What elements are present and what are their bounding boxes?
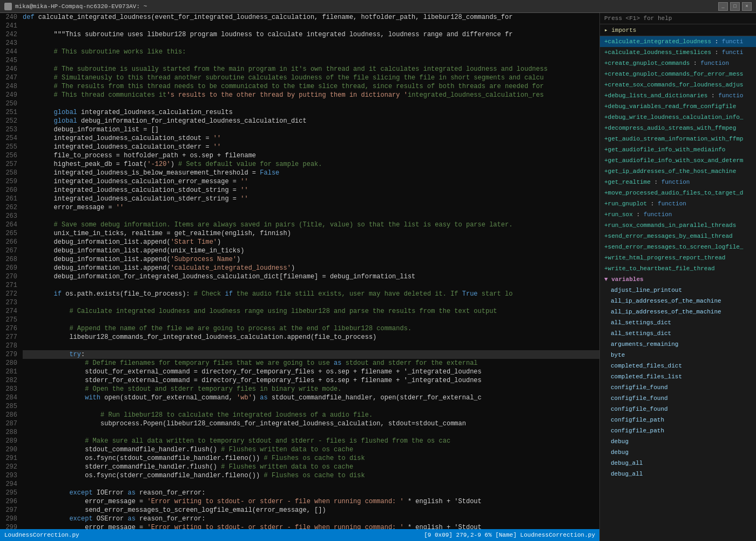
sidebar-tree-item[interactable]: +calculate_loudness_timeslices : functi — [600, 47, 756, 58]
sidebar-tree-item[interactable]: configfile_path — [600, 425, 756, 436]
sidebar-tree-item[interactable]: +send_error_messages_to_screen_logfile_ — [600, 242, 756, 252]
sidebar-tree-item[interactable]: +run_sox_commands_in_parallel_threads — [600, 220, 756, 231]
code-line[interactable]: if os.path.exists(file_to_process): # Ch… — [23, 290, 599, 298]
sidebar-tree-item[interactable]: configfile_found — [600, 382, 756, 393]
code-line[interactable]: libebur128_commands_for_integrated_loudn… — [23, 333, 599, 342]
code-line[interactable] — [23, 99, 599, 108]
code-line[interactable]: error_message = '' — [23, 203, 599, 212]
code-line[interactable]: # Save some debug information. Items are… — [23, 221, 599, 229]
sidebar-tree-item[interactable]: +calculate_integrated_loudness : functi — [600, 36, 756, 47]
maximize-button[interactable]: □ — [730, 2, 740, 11]
sidebar-tree-item[interactable]: configfile_path — [600, 415, 756, 425]
code-line[interactable]: """This subroutine uses libebur128 progr… — [23, 30, 599, 39]
code-line[interactable]: # This thread communicates it's results … — [23, 91, 599, 99]
sidebar-tree-item[interactable]: +get_ip_addresses_of_the_host_machine — [600, 166, 756, 177]
sidebar-tree-item[interactable]: +run_sox : function — [600, 209, 756, 220]
code-line[interactable]: except OSError as reason_for_error: — [23, 515, 599, 523]
sidebar-tree-item[interactable]: +create_sox_commands_for_loudness_adjus — [600, 79, 756, 90]
code-line[interactable] — [23, 281, 599, 290]
sidebar-tree-item[interactable]: all_settings_dict — [600, 317, 756, 328]
code-line[interactable]: debug_information_list = [] — [23, 125, 599, 134]
sidebar-tree-item[interactable]: configfile_found — [600, 393, 756, 404]
code-line[interactable]: # Append the name of the file we are goi… — [23, 324, 599, 333]
sidebar-tree-item[interactable]: byte — [600, 350, 756, 360]
code-line[interactable] — [23, 316, 599, 324]
code-line[interactable]: integrated_loudness_calculation_stdout_s… — [23, 186, 599, 195]
code-line[interactable]: # Open the stdout and stderr temporary f… — [23, 385, 599, 393]
code-area[interactable]: 2402412422432442452462472482492502512522… — [0, 13, 599, 529]
code-line[interactable]: # The results from this thread needs to … — [23, 82, 599, 91]
sidebar-tree-item[interactable]: all_settings_dict — [600, 328, 756, 339]
code-line[interactable]: except IOError as reason_for_error: — [23, 489, 599, 497]
sidebar-tree-item[interactable]: completed_files_dict — [600, 360, 756, 371]
code-line[interactable]: file_to_process = hotfolder_path + os.se… — [23, 151, 599, 160]
sidebar-tree-item[interactable]: arguments_remaining — [600, 339, 756, 350]
code-line[interactable]: error_message = 'Error writing to stdout… — [23, 523, 599, 529]
code-line[interactable]: stdout_commandfile_handler.flush() # Flu… — [23, 445, 599, 454]
code-line[interactable]: # Run libebur128 to calculate the integr… — [23, 411, 599, 419]
code-line[interactable]: send_error_messages_to_screen_logfile_em… — [23, 506, 599, 515]
sidebar-tree-item[interactable]: +move_processed_audio_files_to_target_d — [600, 188, 756, 198]
code-line[interactable]: global integrated_loudness_calculation_r… — [23, 108, 599, 117]
code-line[interactable]: debug_information_list.append('Start Tim… — [23, 238, 599, 246]
code-line[interactable]: integrated_loudness_is_below_measurement… — [23, 169, 599, 177]
sidebar-tree-item[interactable]: +debug_lists_and_dictionaries : functio — [600, 90, 756, 101]
sidebar-tree-item[interactable]: +debug_write_loudness_calculation_info_ — [600, 112, 756, 123]
sidebar-tree-item[interactable]: all_ip_addresses_of_the_machine — [600, 296, 756, 306]
sidebar-tree-item[interactable]: +write_html_progress_report_thread — [600, 252, 756, 263]
code-line[interactable]: # Define filenames for temporary files t… — [23, 359, 599, 368]
code-line[interactable]: debug_information_list.append('calculate… — [23, 264, 599, 272]
code-line[interactable]: integrated_loudness_calculation_error_me… — [23, 177, 599, 186]
sidebar-tree-item[interactable]: +send_error_messages_by_email_thread — [600, 231, 756, 242]
code-line[interactable]: os.fsync(stdout_commandfile_handler.file… — [23, 454, 599, 463]
sidebar-tree-item[interactable]: +debug_variables_read_from_configfile — [600, 101, 756, 112]
code-line[interactable] — [23, 39, 599, 48]
code-line[interactable]: integrated_loudness_calculation_stderr_s… — [23, 195, 599, 203]
code-line[interactable]: # Simultaneusly to this thread another s… — [23, 74, 599, 82]
sidebar-tree-item[interactable]: +write_to_heartbeat_file_thread — [600, 263, 756, 274]
sidebar-tree-item[interactable]: configfile_found — [600, 404, 756, 415]
code-line[interactable]: global debug_information_for_integrated_… — [23, 117, 599, 125]
code-line[interactable]: def calculate_integrated_loudness(event_… — [23, 13, 599, 22]
code-line[interactable] — [23, 22, 599, 30]
code-line[interactable]: highest_peak_db = float('-120') # Sets d… — [23, 160, 599, 169]
code-line[interactable]: with open(stdout_for_external_command, '… — [23, 393, 599, 402]
sidebar-tree-item[interactable]: debug — [600, 436, 756, 447]
code-line[interactable] — [23, 212, 599, 221]
close-button[interactable]: × — [742, 2, 752, 11]
sidebar-tree-item[interactable]: adjust_line_printout — [600, 285, 756, 296]
sidebar-tree-item[interactable]: +decompress_audio_streams_with_ffmpeg — [600, 123, 756, 133]
sidebar-tree-item[interactable]: +get_audio_stream_information_with_ffmp — [600, 133, 756, 144]
window-controls[interactable]: _ □ × — [718, 2, 752, 11]
code-line[interactable] — [23, 56, 599, 65]
sidebar-tree-item[interactable]: +create_gnuplot_commands : function — [600, 58, 756, 69]
sidebar-tree-item[interactable]: +get_realtime : function — [600, 177, 756, 188]
code-line[interactable] — [23, 402, 599, 411]
code-line[interactable]: integrated_loudness_calculation_stderr =… — [23, 143, 599, 151]
sidebar-tree-item[interactable]: ▼ variables — [600, 274, 756, 285]
code-line[interactable]: debug_information_list.append(unix_time_… — [23, 246, 599, 255]
sidebar-tree-item[interactable]: completed_files_list — [600, 371, 756, 382]
code-line[interactable] — [23, 342, 599, 350]
code-line[interactable]: stderr_commandfile_handler.flush() # Flu… — [23, 463, 599, 471]
code-line[interactable]: # Make sure all data written to temporar… — [23, 437, 599, 445]
code-line[interactable] — [23, 480, 599, 489]
sidebar-tree-item[interactable]: all_ip_addresses_of_the_machine — [600, 306, 756, 317]
code-line[interactable]: # The subroutine is usually started from… — [23, 65, 599, 74]
code-line[interactable]: subprocess.Popen(libebur128_commands_for… — [23, 419, 599, 428]
sidebar-tree-item[interactable]: debug_all — [600, 469, 756, 479]
code-line[interactable]: stderr_for_external_command = directory_… — [23, 376, 599, 385]
code-line[interactable]: error_message = 'Error writing to stdout… — [23, 497, 599, 506]
code-line[interactable]: unix_time_in_ticks, realtime = get_realt… — [23, 229, 599, 238]
code-line[interactable]: integrated_loudness_calculation_stdout =… — [23, 134, 599, 143]
code-line[interactable]: debug_information_list.append('Subproces… — [23, 255, 599, 264]
imports-item[interactable]: ▸ imports — [600, 24, 756, 36]
code-line[interactable]: # This subroutine works like this: — [23, 48, 599, 56]
code-line[interactable]: # Calculate integrated loudness and loud… — [23, 307, 599, 316]
sidebar-tree-item[interactable]: +get_audiofile_info_with_mediainfo — [600, 144, 756, 155]
sidebar-tree-item[interactable]: +get_audiofile_info_with_sox_and_determ — [600, 155, 756, 166]
sidebar-tree-item[interactable]: debug — [600, 447, 756, 458]
code-line[interactable]: stdout_for_external_command = directory_… — [23, 368, 599, 376]
code-content[interactable]: def calculate_integrated_loudness(event_… — [19, 13, 599, 529]
code-line[interactable]: try: — [23, 350, 599, 359]
